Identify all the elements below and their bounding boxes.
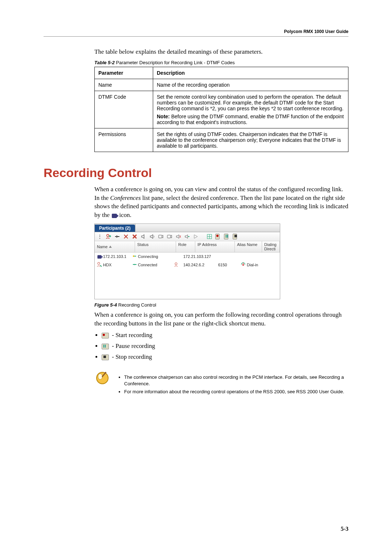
figure-caption: Figure 5-4 Recording Control bbox=[94, 302, 348, 308]
stop-recording-icon bbox=[102, 354, 109, 360]
list-item: - Start recording bbox=[102, 332, 348, 339]
block-audio-icon[interactable] bbox=[175, 234, 181, 239]
grip-icon: ⋮ bbox=[97, 234, 103, 239]
col-name[interactable]: Name bbox=[95, 241, 135, 252]
recorder-icon bbox=[112, 211, 117, 220]
svg-rect-1 bbox=[159, 235, 162, 238]
participants-toolbar: ⋮ bbox=[95, 232, 280, 241]
delete-icon[interactable] bbox=[132, 234, 138, 239]
svg-point-5 bbox=[98, 262, 100, 264]
start-recording-icon bbox=[102, 333, 109, 338]
table-row[interactable]: 172.21.103.1 Connecting 172.21.103.127 bbox=[95, 253, 280, 260]
connected-icon bbox=[132, 262, 137, 267]
sort-asc-icon bbox=[109, 246, 112, 248]
table-row: Permissions Set the rights of using DTMF… bbox=[95, 128, 348, 152]
table-row[interactable]: HDX Connected 140.242.6.2 6150 bbox=[95, 260, 280, 269]
chairperson-icon bbox=[173, 262, 179, 268]
start-recording-icon[interactable] bbox=[215, 234, 221, 239]
page-header: Polycom RMX 1000 User Guide bbox=[44, 29, 348, 34]
note-icon bbox=[94, 370, 110, 386]
recorder-icon bbox=[97, 254, 102, 259]
svg-point-9 bbox=[98, 374, 102, 379]
list-item: - Pause recording bbox=[102, 342, 348, 350]
svg-point-6 bbox=[134, 264, 135, 265]
table-row: Name Name of the recording operation bbox=[95, 79, 348, 91]
section-heading: Recording Control bbox=[44, 166, 348, 180]
resume-video-icon[interactable] bbox=[167, 234, 172, 239]
body-paragraph-1: When a conference is going on, you can v… bbox=[94, 185, 348, 220]
col-status[interactable]: Status bbox=[135, 241, 176, 252]
unblock-audio-icon[interactable] bbox=[184, 234, 190, 239]
connect-icon[interactable] bbox=[114, 234, 120, 239]
pause-recording-icon bbox=[102, 344, 109, 349]
svg-point-7 bbox=[175, 263, 177, 265]
col-role[interactable]: Role bbox=[176, 241, 195, 252]
disconnect-icon[interactable] bbox=[123, 234, 129, 239]
col-dial[interactable]: Dialing Directi bbox=[262, 241, 280, 252]
participants-pane: Participants (2) ⋮ bbox=[94, 223, 280, 299]
th-description: Description bbox=[153, 67, 348, 79]
note-box: The conference chairperson can also cont… bbox=[94, 368, 348, 402]
svg-point-0 bbox=[107, 234, 109, 237]
unmute-audio-icon[interactable] bbox=[149, 234, 155, 239]
svg-point-10 bbox=[105, 372, 106, 373]
svg-rect-2 bbox=[167, 235, 171, 238]
operations-list: - Start recording - Pause recording - St… bbox=[94, 332, 348, 361]
add-participant-icon[interactable] bbox=[106, 234, 111, 239]
dial-in-icon bbox=[241, 262, 246, 268]
layout-icon[interactable] bbox=[207, 234, 212, 239]
th-parameter: Parameter bbox=[95, 67, 153, 79]
table-caption: Table 5-2 Parameter Description for Reco… bbox=[94, 60, 348, 65]
body-paragraph-2: When a conference is going on, you can p… bbox=[94, 311, 348, 328]
header-rule bbox=[44, 36, 348, 37]
suspend-video-icon[interactable] bbox=[158, 234, 164, 239]
mute-audio-icon[interactable] bbox=[140, 234, 146, 239]
intro-paragraph: The table below explains the detailed me… bbox=[94, 48, 348, 56]
page-number: 5-3 bbox=[341, 526, 348, 532]
parameter-table: Parameter Description Name Name of the r… bbox=[94, 67, 348, 152]
col-ip[interactable]: IP Address bbox=[195, 241, 235, 252]
list-item: The conference chairperson can also cont… bbox=[124, 374, 348, 387]
column-headers: Name Status Role IP Address Alias Name D… bbox=[95, 241, 280, 253]
list-item: - Stop recording bbox=[102, 353, 348, 361]
list-item: For more information about the recording… bbox=[124, 389, 348, 395]
endpoint-icon bbox=[97, 262, 102, 268]
play-icon[interactable] bbox=[193, 234, 199, 239]
pause-recording-icon[interactable] bbox=[224, 234, 230, 239]
col-alias[interactable]: Alias Name bbox=[235, 241, 262, 252]
svg-point-4 bbox=[133, 255, 134, 257]
tab-participants[interactable]: Participants (2) bbox=[95, 225, 135, 232]
stop-recording-icon[interactable] bbox=[233, 234, 238, 239]
table-row: DTMF Code Set the remote control key com… bbox=[95, 91, 348, 128]
connecting-icon bbox=[132, 254, 137, 259]
